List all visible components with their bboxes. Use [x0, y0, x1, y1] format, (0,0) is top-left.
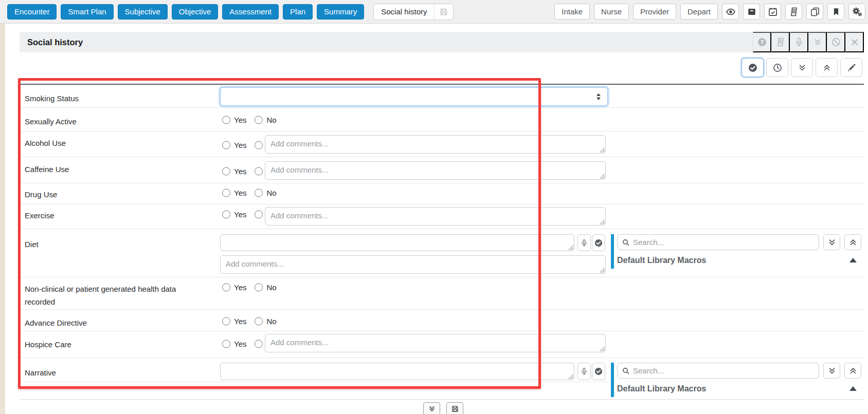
- divider: [20, 399, 864, 400]
- drug-use-no-radio[interactable]: [255, 189, 263, 197]
- radio-label: No: [266, 189, 276, 197]
- expand-bottom-button[interactable]: [423, 402, 440, 414]
- macros-collapse-button[interactable]: [844, 234, 861, 250]
- advance-directive-yes-radio[interactable]: [222, 317, 230, 325]
- drug-use-radios: Yes No: [222, 189, 277, 197]
- macros-collapse-button[interactable]: [844, 363, 861, 379]
- save-bottom-button[interactable]: [446, 402, 463, 414]
- field-label: Caffeine Use: [25, 163, 69, 176]
- collapse-all-button[interactable]: [816, 58, 838, 77]
- expand-all-button[interactable]: [791, 58, 813, 77]
- form-row-exercise: Exercise Yes No: [20, 204, 864, 229]
- settings-button[interactable]: [848, 4, 865, 20]
- drug-use-yes-radio[interactable]: [222, 189, 230, 197]
- sexually-active-yes-radio[interactable]: [222, 116, 230, 124]
- diet-confirm-button[interactable]: [592, 234, 605, 251]
- copy-icon: [810, 7, 820, 17]
- hospice-comments-textarea[interactable]: [265, 334, 606, 352]
- radio-label: Yes: [234, 210, 246, 219]
- eye-button[interactable]: [722, 4, 739, 20]
- exercise-no-radio[interactable]: [255, 210, 263, 218]
- smoking-status-select-wrap: [220, 87, 608, 106]
- depart-button[interactable]: Depart: [680, 4, 718, 20]
- tab-social-history[interactable]: Social history: [374, 4, 434, 20]
- tab-save-button[interactable]: [434, 4, 453, 20]
- caffeine-comments-textarea[interactable]: [265, 161, 606, 180]
- form-row-drug-use: Drug Use Yes No: [20, 183, 864, 204]
- narrative-input-wrap: [220, 363, 574, 380]
- macros-title-row[interactable]: Default Library Macros: [617, 252, 865, 269]
- form-top-border: [20, 84, 864, 85]
- radio-label: Yes: [234, 340, 246, 348]
- chevrons-up-icon: [848, 238, 858, 247]
- alcohol-use-no-radio[interactable]: [255, 141, 263, 149]
- nav-subjective-button[interactable]: Subjective: [118, 4, 168, 20]
- copy-button[interactable]: [806, 4, 823, 20]
- appointments-button[interactable]: [764, 4, 781, 20]
- history-button[interactable]: [766, 58, 788, 77]
- exercise-comments-textarea[interactable]: [265, 207, 606, 225]
- narrative-confirm-button[interactable]: [592, 363, 605, 380]
- macros-title-row[interactable]: Default Library Macros: [617, 380, 865, 397]
- form-row-advance-directive: Advance Directive Yes No: [20, 310, 864, 331]
- nav-encounter-button[interactable]: Encounter: [7, 4, 57, 20]
- diet-dictate-button[interactable]: [577, 234, 591, 251]
- dictate-button[interactable]: [790, 32, 808, 52]
- nonclinical-yes-radio[interactable]: [222, 283, 230, 291]
- hospice-care-no-radio[interactable]: [255, 340, 263, 348]
- diet-input[interactable]: [220, 234, 574, 251]
- nav-summary-button[interactable]: Summary: [317, 4, 364, 20]
- macros-search-input[interactable]: [633, 238, 815, 247]
- nav-assessment-button[interactable]: Assessment: [222, 4, 279, 20]
- active-tab-group: Social history: [373, 4, 454, 20]
- narrative-input[interactable]: [220, 363, 574, 380]
- close-section-button[interactable]: [845, 32, 864, 52]
- narrative-dictate-button[interactable]: [577, 363, 591, 380]
- complete-button[interactable]: [742, 58, 764, 77]
- chevrons-down-icon: [798, 63, 807, 72]
- macros-expand-button[interactable]: [823, 234, 840, 250]
- progress-notes-button[interactable]: [785, 4, 802, 20]
- radio-label: No: [266, 283, 276, 292]
- footer-buttons: [423, 402, 463, 414]
- bookmark-icon: [831, 7, 841, 16]
- diet-macros-panel: Default Library Macros: [611, 234, 865, 269]
- macros-expand-button[interactable]: [823, 363, 840, 379]
- sexually-active-radios: Yes No: [222, 116, 277, 124]
- nav-objective-button[interactable]: Objective: [172, 4, 219, 20]
- hospice-care-yes-radio[interactable]: [222, 340, 230, 348]
- caffeine-use-no-radio[interactable]: [255, 167, 263, 175]
- section-header: Social history ?: [20, 32, 864, 52]
- alcohol-comments-textarea[interactable]: [265, 135, 606, 154]
- provider-button[interactable]: Provider: [633, 4, 676, 20]
- library-button[interactable]: [771, 32, 790, 52]
- field-label: Hospice Care: [25, 338, 71, 351]
- exercise-comments-wrap: [265, 207, 606, 225]
- nav-smart-plan-button[interactable]: Smart Plan: [61, 4, 113, 20]
- bookmark-button[interactable]: [827, 4, 844, 20]
- edit-button[interactable]: [840, 58, 862, 77]
- book-icon: [775, 37, 786, 47]
- search-icon: [622, 367, 630, 375]
- smoking-status-select[interactable]: [220, 87, 608, 106]
- sexually-active-no-radio[interactable]: [255, 116, 263, 124]
- diet-comments-textarea[interactable]: [220, 255, 606, 274]
- help-button[interactable]: ?: [753, 32, 771, 52]
- save-icon: [439, 7, 448, 16]
- clear-section-button[interactable]: [827, 32, 845, 52]
- field-label: Narrative: [25, 366, 56, 379]
- nav-plan-button[interactable]: Plan: [283, 4, 313, 20]
- caffeine-use-yes-radio[interactable]: [222, 167, 230, 175]
- expand-section-button[interactable]: [808, 32, 827, 52]
- nonclinical-no-radio[interactable]: [255, 283, 263, 291]
- accent-bar: [611, 234, 614, 269]
- mic-icon: [580, 239, 588, 247]
- alcohol-use-yes-radio[interactable]: [222, 141, 230, 149]
- intake-button[interactable]: Intake: [554, 4, 590, 20]
- radio-label: Yes: [234, 189, 246, 197]
- advance-directive-no-radio[interactable]: [255, 317, 263, 325]
- nurse-button[interactable]: Nurse: [594, 4, 629, 20]
- exercise-yes-radio[interactable]: [222, 210, 230, 218]
- archive-button[interactable]: [743, 4, 760, 20]
- macros-search-input[interactable]: [633, 366, 815, 375]
